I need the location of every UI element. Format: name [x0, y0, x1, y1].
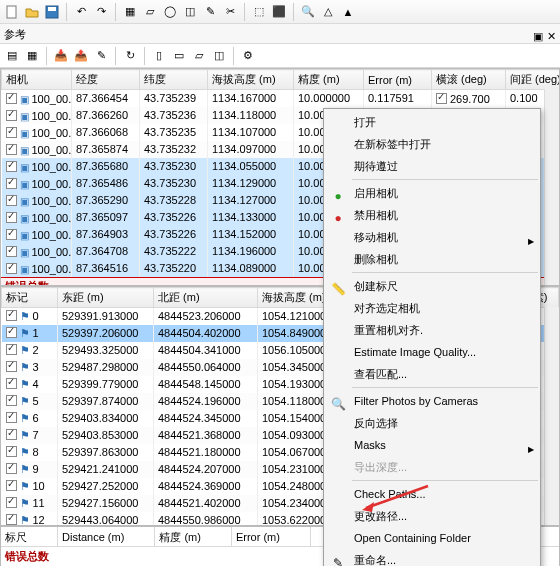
menu-item[interactable]: 打开 [324, 111, 540, 133]
camera-icon [20, 212, 32, 224]
menu-item[interactable]: 重命名...✎ [324, 549, 540, 566]
checkbox[interactable] [6, 263, 17, 274]
ref-toolbar: ▤ ▦ 📥 📤 ✎ ↻ ▯ ▭ ▱ ◫ ⚙ [0, 44, 560, 68]
open-icon[interactable] [24, 4, 40, 20]
column-header[interactable]: 东距 (m) [58, 288, 154, 308]
scrollbar[interactable] [544, 307, 559, 525]
column-header[interactable]: 北距 (m) [154, 288, 258, 308]
checkbox[interactable] [6, 429, 17, 440]
tool-icon[interactable]: ◫ [182, 4, 198, 20]
tool-icon[interactable]: ◯ [162, 4, 178, 20]
scrollbar[interactable] [544, 89, 559, 285]
column-header[interactable]: 间距 (deg) [506, 70, 561, 90]
refresh-icon[interactable]: ↻ [122, 48, 138, 64]
menu-item[interactable]: 对齐选定相机 [324, 297, 540, 319]
menu-item[interactable]: Masks [324, 434, 540, 456]
checkbox[interactable] [6, 144, 17, 155]
menu-item[interactable]: Check Paths... [324, 483, 540, 505]
checkbox[interactable] [6, 361, 17, 372]
checkbox[interactable] [6, 378, 17, 389]
column-header[interactable]: 经度 [72, 70, 140, 90]
edit-icon[interactable]: ✎ [93, 48, 109, 64]
checkbox[interactable] [6, 497, 17, 508]
menu-item[interactable]: Estimate Image Quality... [324, 341, 540, 363]
checkbox[interactable] [6, 395, 17, 406]
tool-icon[interactable]: ▲ [340, 4, 356, 20]
import-icon[interactable]: 📥 [53, 48, 69, 64]
column-header[interactable]: 标尺 [1, 527, 58, 546]
column-header[interactable]: 标记 [2, 288, 58, 308]
new-icon[interactable] [4, 4, 20, 20]
column-header[interactable]: 纬度 [140, 70, 208, 90]
column-header[interactable]: 横滚 (deg) [432, 70, 506, 90]
checkbox[interactable] [6, 327, 17, 338]
view-icon[interactable]: ▦ [24, 48, 40, 64]
tool-icon[interactable]: ⬚ [251, 4, 267, 20]
checkbox[interactable] [6, 110, 17, 121]
view-icon[interactable]: ▤ [4, 48, 20, 64]
tool-icon[interactable]: ✂ [222, 4, 238, 20]
tool-icon[interactable]: ▦ [122, 4, 138, 20]
column-header[interactable]: 海拔高度 (m) [208, 70, 294, 90]
checkbox[interactable] [6, 480, 17, 491]
context-menu[interactable]: 打开在新标签中打开期待遵过启用相机●禁用相机●移动相机删除相机创建标尺📏对齐选定… [323, 108, 541, 566]
redo-icon[interactable]: ↷ [93, 4, 109, 20]
menu-item[interactable]: 创建标尺📏 [324, 275, 540, 297]
menu-item[interactable]: 禁用相机● [324, 204, 540, 226]
checkbox[interactable] [6, 463, 17, 474]
checkbox[interactable] [6, 195, 17, 206]
menu-item: 导出深度... [324, 456, 540, 478]
menu-item[interactable]: 在新标签中打开 [324, 133, 540, 155]
table-row[interactable]: 100_00...87.36645443.7352391134.16700010… [2, 90, 561, 107]
checkbox[interactable] [6, 161, 17, 172]
checkbox[interactable] [6, 446, 17, 457]
marker-icon [20, 378, 33, 390]
camera-icon [20, 127, 32, 139]
pane-icon[interactable]: ▱ [191, 48, 207, 64]
settings-icon[interactable]: ⚙ [240, 48, 256, 64]
marker-icon [20, 514, 33, 526]
menu-item[interactable]: 重置相机对齐. [324, 319, 540, 341]
checkbox[interactable] [6, 310, 17, 321]
menu-item[interactable]: 期待遵过 [324, 155, 540, 177]
float-icon[interactable]: ▣ [533, 26, 543, 46]
close-icon[interactable]: ✕ [547, 26, 556, 46]
checkbox[interactable] [6, 178, 17, 189]
camera-icon [20, 161, 32, 173]
menu-item[interactable]: 更改路径... [324, 505, 540, 527]
checkbox[interactable] [6, 93, 17, 104]
save-icon[interactable] [44, 4, 60, 20]
menu-item[interactable]: Open Containing Folder [324, 527, 540, 549]
checkbox[interactable] [6, 412, 17, 423]
menu-item[interactable]: 反向选择 [324, 412, 540, 434]
menu-item[interactable]: 查看匹配... [324, 363, 540, 385]
checkbox[interactable] [6, 229, 17, 240]
menu-item[interactable]: 启用相机● [324, 182, 540, 204]
tool-icon[interactable]: ⬛ [271, 4, 287, 20]
column-header[interactable]: Error (m) [364, 70, 432, 90]
checkbox[interactable] [6, 212, 17, 223]
menu-item[interactable]: 移动相机 [324, 226, 540, 248]
tool-icon[interactable]: 🔍 [300, 4, 316, 20]
tool-icon[interactable]: △ [320, 4, 336, 20]
menu-item[interactable]: 删除相机 [324, 248, 540, 270]
tool-icon[interactable]: ✎ [202, 4, 218, 20]
menu-item[interactable]: Filter Photos by Cameras🔍 [324, 390, 540, 412]
export-icon[interactable]: 📤 [73, 48, 89, 64]
pane-icon[interactable]: ▭ [171, 48, 187, 64]
checkbox[interactable] [436, 93, 447, 104]
column-header[interactable]: Distance (m) [58, 527, 155, 546]
column-header[interactable]: 精度 (m) [155, 527, 232, 546]
checkbox[interactable] [6, 246, 17, 257]
checkbox[interactable] [6, 514, 17, 525]
pane-icon[interactable]: ▯ [151, 48, 167, 64]
tool-icon[interactable]: ▱ [142, 4, 158, 20]
column-header[interactable]: Error (m) [232, 527, 311, 546]
undo-icon[interactable]: ↶ [73, 4, 89, 20]
column-header[interactable]: 相机 [2, 70, 72, 90]
column-header[interactable]: 精度 (m) [294, 70, 364, 90]
checkbox[interactable] [6, 127, 17, 138]
camera-icon [20, 110, 32, 122]
pane-icon[interactable]: ◫ [211, 48, 227, 64]
checkbox[interactable] [6, 344, 17, 355]
